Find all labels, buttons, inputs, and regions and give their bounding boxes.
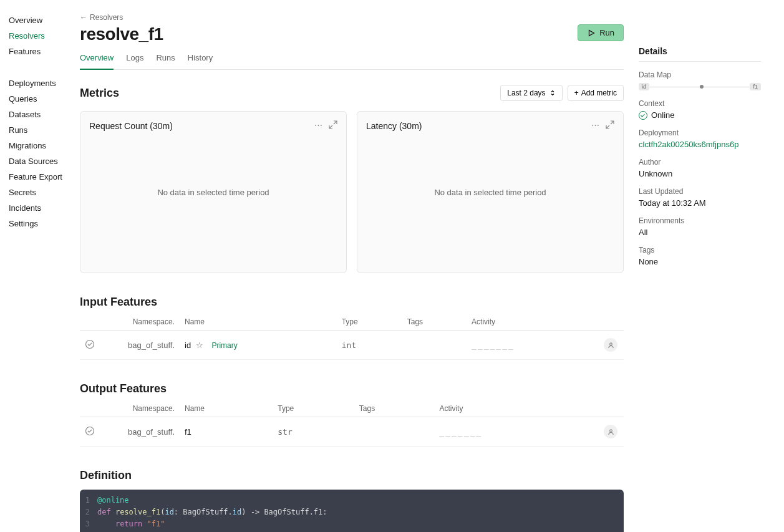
more-icon[interactable]: ⋯ xyxy=(314,120,322,131)
online-icon xyxy=(639,111,647,120)
row-namespace: bag_of_stuff. xyxy=(105,417,180,447)
sidebar-item-secrets[interactable]: Secrets xyxy=(9,185,71,200)
metrics-title: Metrics xyxy=(80,87,119,100)
breadcrumb[interactable]: ← Resolvers xyxy=(80,13,123,22)
svg-point-0 xyxy=(86,340,94,348)
col-namespace: Namespace. xyxy=(105,400,180,417)
arrow-left-icon: ← xyxy=(80,13,87,22)
deployment-value[interactable]: clctfh2ak00250ks6mfjpns6p xyxy=(639,140,761,149)
run-button-label: Run xyxy=(599,28,614,37)
sidebar-item-queries[interactable]: Queries xyxy=(9,91,71,107)
page-title: resolve_f1 xyxy=(80,24,163,44)
play-icon xyxy=(587,29,596,37)
user-icon xyxy=(607,342,614,349)
row-activity: _______ xyxy=(434,417,599,447)
tab-overview[interactable]: Overview xyxy=(80,53,114,70)
datamap-node-left: id xyxy=(639,83,649,90)
expand-icon[interactable] xyxy=(606,120,614,131)
code-block: 1@online 2def resolve_f1(id: BagOfStuff.… xyxy=(80,490,624,532)
col-namespace: Namespace. xyxy=(105,314,180,331)
tabs: Overview Logs Runs History xyxy=(80,53,624,70)
metric-empty-text: No data in selected time period xyxy=(434,188,546,197)
col-tags: Tags xyxy=(402,314,467,331)
chevron-up-down-icon xyxy=(549,90,556,96)
metric-title: Request Count (30m) xyxy=(89,121,173,131)
sidebar-item-datasets[interactable]: Datasets xyxy=(9,107,71,122)
sidebar-item-data-sources[interactable]: Data Sources xyxy=(9,153,71,169)
primary-badge: Primary xyxy=(211,341,237,350)
col-type: Type xyxy=(337,314,402,331)
output-features-title: Output Features xyxy=(80,382,624,395)
col-tags: Tags xyxy=(354,400,435,417)
output-features-table: Namespace. Name Type Tags Activity bag_o… xyxy=(80,400,624,447)
datamap-node-right: f1 xyxy=(750,83,761,90)
sidebar-item-resolvers[interactable]: Resolvers xyxy=(9,28,71,44)
context-value: Online xyxy=(651,110,675,120)
user-icon-button[interactable] xyxy=(604,338,617,352)
sidebar-item-deployments[interactable]: Deployments xyxy=(9,75,71,91)
details-title: Details xyxy=(639,46,761,62)
author-value: Unknown xyxy=(639,169,761,178)
input-features-table: Namespace. Name Type Tags Activity bag_o… xyxy=(80,314,624,360)
col-activity: Activity xyxy=(467,314,599,331)
check-circle-icon xyxy=(85,339,95,349)
datamap-label: Data Map xyxy=(639,70,761,79)
tab-history[interactable]: History xyxy=(188,53,213,70)
col-activity: Activity xyxy=(434,400,599,417)
context-label: Context xyxy=(639,99,761,108)
run-button[interactable]: Run xyxy=(578,24,624,41)
check-circle-icon xyxy=(85,426,95,436)
col-name: Name xyxy=(180,400,273,417)
metric-card-request-count: Request Count (30m) ⋯ No data in selecte… xyxy=(80,111,347,273)
datamap[interactable]: id f1 xyxy=(639,83,761,90)
svg-point-3 xyxy=(609,429,612,432)
sidebar-item-overview[interactable]: Overview xyxy=(9,12,71,28)
tab-runs[interactable]: Runs xyxy=(156,53,175,70)
svg-point-1 xyxy=(609,342,612,345)
tab-logs[interactable]: Logs xyxy=(126,53,143,70)
col-name: Name xyxy=(180,314,337,331)
user-icon xyxy=(607,428,614,435)
author-label: Author xyxy=(639,158,761,167)
add-metric-label: Add metric xyxy=(581,89,617,97)
tags-value: None xyxy=(639,257,761,266)
row-type: int xyxy=(337,331,402,360)
deployment-label: Deployment xyxy=(639,128,761,137)
row-type: str xyxy=(273,417,354,447)
details-panel: Details Data Map id f1 Context Online De… xyxy=(639,0,776,532)
sidebar-item-feature-export[interactable]: Feature Export xyxy=(9,169,71,185)
metric-empty-text: No data in selected time period xyxy=(157,188,269,197)
tags-label: Tags xyxy=(639,246,761,254)
sidebar: Overview Resolvers Features Deployments … xyxy=(0,0,71,532)
updated-label: Last Updated xyxy=(639,187,761,196)
table-row[interactable]: bag_of_stuff. f1 str _______ xyxy=(80,417,624,447)
breadcrumb-label: Resolvers xyxy=(90,13,123,22)
time-range-label: Last 2 days xyxy=(507,89,545,97)
row-name: id xyxy=(185,341,191,350)
metric-card-latency: Latency (30m) ⋯ No data in selected time… xyxy=(357,111,624,273)
input-features-title: Input Features xyxy=(80,296,624,309)
sidebar-item-runs[interactable]: Runs xyxy=(9,122,71,138)
updated-value: Today at 10:32 AM xyxy=(639,198,761,208)
more-icon[interactable]: ⋯ xyxy=(591,120,599,131)
sidebar-item-settings[interactable]: Settings xyxy=(9,216,71,231)
plus-icon: + xyxy=(574,89,579,97)
sidebar-item-incidents[interactable]: Incidents xyxy=(9,200,71,216)
env-value: All xyxy=(639,228,761,237)
sidebar-item-migrations[interactable]: Migrations xyxy=(9,138,71,153)
add-metric-button[interactable]: + Add metric xyxy=(568,85,624,101)
user-icon-button[interactable] xyxy=(604,425,617,438)
time-range-select[interactable]: Last 2 days xyxy=(500,85,562,101)
sidebar-item-features[interactable]: Features xyxy=(9,44,71,59)
row-name: f1 xyxy=(185,427,191,437)
metric-title: Latency (30m) xyxy=(366,121,422,131)
row-namespace: bag_of_stuff. xyxy=(105,331,180,360)
main-content: ← Resolvers resolve_f1 Run Overview Logs… xyxy=(71,0,639,532)
row-activity: _______ xyxy=(467,331,599,360)
col-type: Type xyxy=(273,400,354,417)
svg-point-2 xyxy=(86,427,94,435)
table-row[interactable]: bag_of_stuff. id ☆ Primary int _______ xyxy=(80,331,624,360)
expand-icon[interactable] xyxy=(329,120,337,131)
star-icon: ☆ xyxy=(196,341,203,350)
env-label: Environments xyxy=(639,216,761,225)
